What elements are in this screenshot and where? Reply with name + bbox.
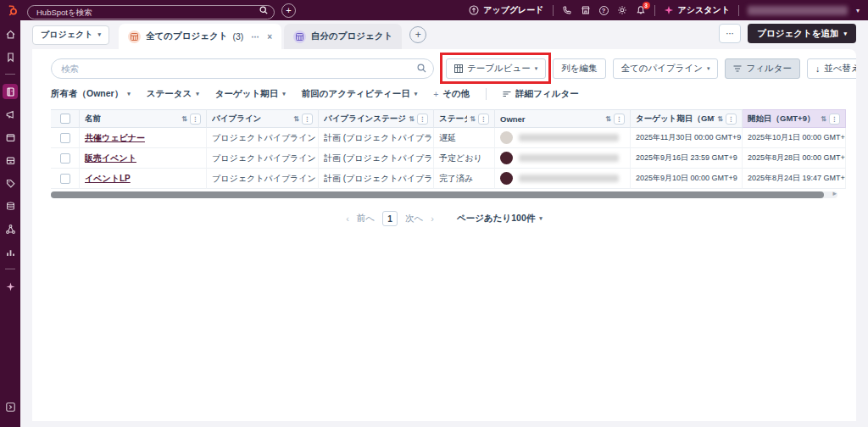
object-type-dropdown[interactable]: プロジェクト▾ [32,25,109,45]
project-link[interactable]: 販売イベント [85,152,136,164]
next-page-button[interactable]: 次へ [405,213,423,225]
sidebar-item-automations[interactable] [3,221,18,236]
table-view-dropdown[interactable]: テーブルビュー▾ [446,58,546,79]
column-menu-icon[interactable]: ⋮ [302,114,313,125]
tab-close-icon[interactable]: × [267,32,272,42]
sort-button[interactable]: ↓並べ替え [807,58,856,79]
upgrade-button[interactable]: アップグレード [469,4,543,16]
status-cell: 遅延 [434,128,495,148]
sidebar-item-content[interactable] [3,130,18,145]
projects-table: 名前⇅⋮ パイプライン⇅⋮ パイプラインステージ⇅⋮ ステータス⇅⋮ Owner… [51,109,837,198]
sidebar-item-marketing[interactable] [3,107,18,122]
plus-icon: + [433,89,438,99]
column-menu-icon[interactable]: ⋮ [190,114,201,125]
chevron-down-icon: ▾ [196,91,199,97]
filter-status-dropdown[interactable]: ステータス▾ [147,88,199,100]
account-caret-icon[interactable]: ▾ [856,7,860,14]
next-page-chevron[interactable]: › [431,214,434,224]
column-menu-icon[interactable]: ⋮ [726,114,737,125]
notifications-bell-icon[interactable]: 3 [636,5,646,15]
row-checkbox[interactable] [60,153,70,164]
sort-icon[interactable]: ⇅ [470,115,476,123]
calling-icon[interactable] [562,5,572,15]
project-link[interactable]: イベントLP [85,173,131,185]
filter-owner-dropdown[interactable]: 所有者（Owner）▾ [51,88,131,100]
table-row: 販売イベント プロジェクトパイプライン 計画 (プロジェクトパイプライ… 予定ど… [51,148,837,169]
select-all-checkbox[interactable] [60,114,70,124]
tab-options-icon[interactable]: ⋯ [251,32,259,42]
divider [486,88,487,100]
account-menu-redacted[interactable] [748,6,848,15]
edit-columns-button[interactable]: 列を編集 [553,58,605,79]
sort-icon[interactable]: ⇅ [409,115,415,123]
table-toolbar: テーブルビュー▾ 列を編集 全てのパイプライン▾ フィルター ↓並べ替え エクス… [32,49,856,86]
divider [553,5,554,16]
row-checkbox[interactable] [60,133,70,143]
sidebar-divider [5,74,15,75]
owner-name-redacted [519,134,619,141]
owner-cell [495,169,631,189]
column-menu-icon[interactable]: ⋮ [614,114,625,125]
sidebar-expand-icon[interactable] [3,399,18,414]
more-options-button[interactable]: ⋯ [719,24,741,43]
quick-create-button[interactable]: + [281,3,296,18]
sidebar-item-ai-assistant[interactable] [3,279,18,294]
search-icon [259,6,268,14]
settings-gear-icon[interactable] [617,5,627,15]
global-search-input[interactable] [27,5,275,19]
sort-icon[interactable]: ⇅ [605,115,611,123]
scrollbar-thumb[interactable] [51,191,824,198]
quick-filters-row: 所有者（Owner）▾ ステータス▾ ターゲット期日▾ 前回のアクティビティー日… [32,86,856,109]
column-menu-icon[interactable]: ⋮ [478,114,489,125]
target-date-cell: 2025年9月16日 23:59 GMT+9 [631,148,743,169]
row-checkbox[interactable] [60,174,70,184]
header-checkbox-cell [51,109,80,128]
column-menu-icon[interactable]: ⋮ [417,114,428,125]
filter-button[interactable]: フィルター [725,58,799,79]
main-content: プロジェクト▾ 全てのプロジェクト (3) ⋯ × 自分のプロジェクト + ⋯ … [20,20,868,427]
sidebar-item-data[interactable] [3,198,18,214]
help-icon[interactable]: ? [599,6,609,15]
tab-all-projects[interactable]: 全てのプロジェクト (3) ⋯ × [119,24,281,49]
sort-icon[interactable]: ⇅ [181,115,187,123]
sidebar-item-crm[interactable] [3,84,18,99]
prev-page-button[interactable]: 前へ [357,213,375,225]
tab-label: 自分のプロジェクト [311,30,392,42]
upgrade-label: アップグレード [483,4,543,16]
sidebar-item-commerce[interactable] [3,152,18,168]
app-sidebar [0,20,20,427]
per-page-dropdown[interactable]: ページあたり100件▾ [457,213,542,225]
owner-avatar [500,131,513,144]
marketplace-icon[interactable] [581,5,591,15]
project-link[interactable]: 共催ウェビナー [85,132,145,144]
current-page-button[interactable]: 1 [382,211,398,226]
hubspot-logo-icon[interactable] [5,3,19,18]
sort-icon[interactable]: ⇅ [293,115,299,123]
pipeline-cell: プロジェクトパイプライン [207,148,319,169]
tab-my-projects[interactable]: 自分のプロジェクト [284,24,402,49]
status-cell: 完了済み [434,169,495,189]
chevron-down-icon: ▾ [843,30,847,37]
table-row: イベントLP プロジェクトパイプライン 計画 (プロジェクトパイプライ… 完了済… [51,169,837,189]
sidebar-item-home[interactable] [3,26,18,42]
advanced-filters-button[interactable]: 詳細フィルター [503,88,578,100]
add-project-button[interactable]: プロジェクトを追加▾ [748,24,856,43]
sidebar-item-payments[interactable] [3,175,18,191]
prev-page-chevron[interactable]: ‹ [346,214,349,224]
add-view-button[interactable]: + [409,26,426,43]
add-more-filters-button[interactable]: +その他 [433,88,470,100]
sort-icon[interactable]: ⇅ [717,115,723,123]
sidebar-item-bookmarks[interactable] [3,49,18,64]
horizontal-scrollbar[interactable]: ▸ [51,191,837,198]
column-menu-icon[interactable]: ⋮ [829,114,840,125]
pipelines-dropdown[interactable]: 全てのパイプライン▾ [613,58,719,79]
filter-target-date-dropdown[interactable]: ターゲット期日▾ [215,88,286,100]
table-search-input[interactable] [51,58,434,79]
sort-icon[interactable]: ⇅ [821,115,826,123]
scroll-right-icon[interactable]: ▸ [832,189,837,197]
filter-last-activity-dropdown[interactable]: 前回のアクティビティー日▾ [302,88,417,100]
assistant-button[interactable]: アシスタント [664,4,730,16]
owner-avatar [500,152,513,164]
tab-label: 全てのプロジェクト [146,30,227,42]
sidebar-item-reporting[interactable] [3,244,18,259]
